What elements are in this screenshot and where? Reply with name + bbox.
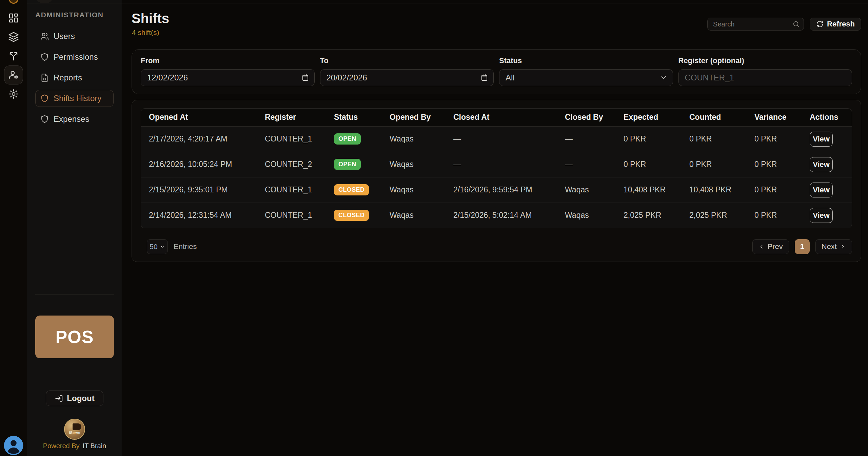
prev-page-button[interactable]: Prev	[752, 239, 789, 254]
sidebar-item-reports[interactable]: Reports	[35, 69, 114, 86]
col-status: Status	[326, 109, 382, 126]
logout-button[interactable]: Logout	[46, 391, 103, 406]
view-button[interactable]: View	[810, 132, 833, 147]
sidebar-item-expenses[interactable]: Expenses	[35, 111, 114, 128]
col-variance: Variance	[747, 109, 802, 126]
sidebar-nav: Users Permissions Reports Shifts History…	[35, 28, 114, 128]
to-date-input[interactable]	[320, 69, 494, 86]
search-input[interactable]	[707, 18, 804, 31]
header-actions: Refresh	[707, 18, 861, 31]
logout-label: Logout	[67, 394, 94, 403]
current-page-button[interactable]: 1	[795, 239, 810, 254]
prev-label: Prev	[768, 242, 783, 251]
sidebar-item-label: Users	[54, 32, 75, 41]
sidebar-item-label: Shifts History	[54, 94, 101, 103]
chevron-down-icon	[660, 74, 668, 81]
layers-icon[interactable]	[4, 27, 23, 46]
cell-closed-at: 2/16/2026, 9:59:54 PM	[446, 177, 557, 203]
register-label: Register (optional)	[678, 56, 852, 65]
next-page-button[interactable]: Next	[815, 239, 852, 254]
dashboard-icon[interactable]	[4, 8, 23, 27]
cell-counted: 0 PKR	[682, 152, 747, 177]
view-button[interactable]: View	[810, 183, 833, 197]
cell-variance: 0 PKR	[747, 126, 802, 152]
filter-to: To	[320, 56, 494, 87]
iserve-coffee-logo: iServe	[64, 419, 85, 440]
page-size-select[interactable]: 50	[147, 239, 168, 254]
from-date-input[interactable]	[141, 69, 315, 86]
refresh-label: Refresh	[827, 20, 855, 28]
status-badge: CLOSED	[334, 184, 369, 195]
entries-label: Entries	[174, 242, 197, 251]
cell-opened-by: Waqas	[382, 177, 446, 203]
chevron-left-icon	[758, 244, 765, 250]
status-select[interactable]: All	[499, 69, 673, 86]
powered-by-label: Powered By	[43, 442, 80, 450]
next-label: Next	[822, 242, 837, 251]
header-divider	[27, 3, 868, 3]
shield-icon	[40, 53, 49, 62]
col-expected: Expected	[616, 109, 682, 126]
filters-panel: From To Status All Register (optional	[132, 49, 861, 94]
cell-register: COUNTER_2	[257, 152, 326, 177]
chevron-right-icon	[840, 244, 846, 250]
sidebar-item-shifts-history[interactable]: Shifts History	[35, 90, 114, 107]
status-select-value: All	[506, 73, 515, 82]
filter-from: From	[141, 56, 315, 87]
filter-status: Status All	[499, 56, 673, 87]
sidebar-divider	[35, 380, 114, 380]
report-file-icon	[40, 73, 49, 82]
cell-counted: 10,408 PKR	[682, 177, 747, 203]
cell-closed-at: 2/15/2026, 5:02:14 AM	[446, 203, 557, 228]
col-opened-by: Opened By	[382, 109, 446, 126]
cell-register: COUNTER_1	[257, 203, 326, 228]
calendar-icon[interactable]	[480, 74, 488, 81]
sidebar-item-permissions[interactable]: Permissions	[35, 49, 114, 65]
register-input[interactable]	[678, 69, 852, 86]
user-settings-icon[interactable]	[4, 65, 23, 84]
sidebar-item-users[interactable]: Users	[35, 28, 114, 45]
col-register: Register	[257, 109, 326, 126]
powered-by-brand: IT Brain	[83, 442, 106, 450]
user-avatar[interactable]	[3, 435, 24, 456]
search-icon	[792, 20, 800, 28]
shifts-table-card: Opened At Register Status Opened By Clos…	[132, 100, 861, 262]
calendar-icon[interactable]	[301, 74, 309, 81]
settings-icon[interactable]	[4, 84, 23, 103]
cell-closed-at: —	[446, 126, 557, 152]
cell-closed-by: Waqas	[557, 203, 616, 228]
shifts-table: Opened At Register Status Opened By Clos…	[141, 108, 852, 228]
sidebar-section-label: ADMINISTRATION	[35, 11, 114, 19]
shield-icon	[40, 94, 49, 103]
cell-variance: 0 PKR	[747, 203, 802, 228]
cell-expected: 10,408 PKR	[616, 177, 682, 203]
cell-opened-at: 2/16/2026, 10:05:24 PM	[141, 152, 257, 177]
cell-opened-by: Waqas	[382, 152, 446, 177]
cell-variance: 0 PKR	[747, 152, 802, 177]
cell-variance: 0 PKR	[747, 177, 802, 203]
table-row: 2/15/2026, 9:35:01 PM COUNTER_1 CLOSED W…	[141, 177, 852, 203]
cell-opened-at: 2/14/2026, 12:31:54 AM	[141, 203, 257, 228]
shield-icon	[40, 115, 49, 124]
col-closed-at: Closed At	[446, 109, 557, 126]
iserve-logo-text: iServe	[69, 431, 80, 435]
status-badge: OPEN	[334, 133, 361, 145]
page-size-value: 50	[150, 243, 157, 251]
refresh-button[interactable]: Refresh	[810, 18, 861, 31]
icon-rail	[0, 0, 27, 456]
cell-expected: 0 PKR	[616, 126, 682, 152]
cell-closed-at: —	[446, 152, 557, 177]
view-button[interactable]: View	[810, 157, 833, 172]
cell-opened-by: Waqas	[382, 203, 446, 228]
col-actions: Actions	[802, 109, 852, 126]
col-closed-by: Closed By	[557, 109, 616, 126]
split-arrows-icon[interactable]	[4, 46, 23, 65]
sidebar-divider	[35, 294, 114, 295]
cell-counted: 2,025 PKR	[682, 203, 747, 228]
page-title: Shifts	[132, 11, 169, 26]
view-button[interactable]: View	[810, 208, 833, 223]
cell-opened-at: 2/17/2026, 4:20:17 AM	[141, 126, 257, 152]
cell-closed-by: Waqas	[557, 177, 616, 203]
main-content: Shifts 4 shift(s) Refresh From To	[122, 0, 868, 456]
refresh-icon	[816, 20, 824, 28]
